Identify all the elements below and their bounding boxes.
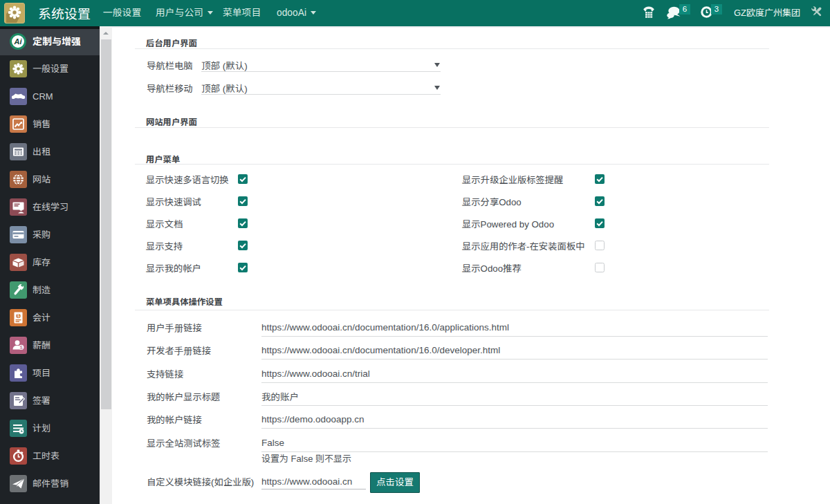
svg-text:$: $ (17, 313, 20, 318)
svg-text:$: $ (20, 345, 23, 350)
